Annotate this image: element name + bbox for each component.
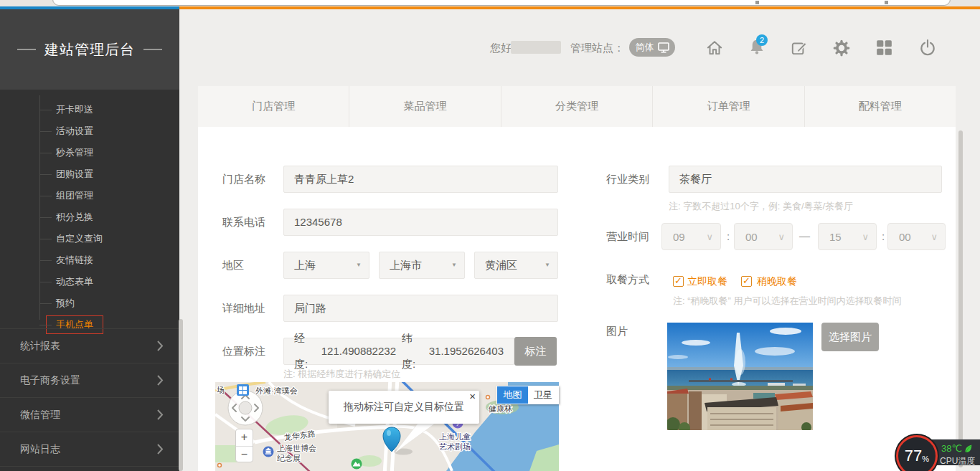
store-photo-preview	[667, 323, 813, 430]
sidebar-item-groupbuy[interactable]: 团购设置	[0, 163, 179, 185]
sidebar-item-seckill[interactable]: 秒杀管理	[0, 142, 179, 163]
map-theater-label-2: 艺术剧场	[439, 442, 471, 451]
phone-label: 联系电话	[222, 217, 265, 228]
sidebar-section-wechat[interactable]: 微信管理	[0, 397, 179, 432]
cpu-temp-value: 38℃	[941, 443, 973, 454]
language-label: 简体	[636, 41, 654, 54]
pickup-later-checkbox[interactable]: ✓	[741, 276, 752, 287]
industry-label: 行业类别	[606, 173, 649, 185]
pickup-note: 注: “稍晚取餐” 用户可以选择在营业时间内选择取餐时间	[673, 295, 902, 306]
tab-order-management[interactable]: 订单管理	[652, 86, 804, 127]
sidebar-sections: 统计报表 电子商务设置 微信管理 网站日志	[0, 328, 179, 467]
start-hour-select[interactable]: 09∨	[661, 223, 721, 250]
manage-site-label: 管理站点：	[570, 42, 624, 54]
sidebar-submenu: 开卡即送 活动设置 秒杀管理 团购设置 组团管理 积分兑换 自定义查询 友情链接…	[0, 99, 179, 336]
sidebar-item-activity[interactable]: 活动设置	[0, 120, 179, 142]
chevron-down-icon: ∨	[930, 232, 938, 242]
pickup-label: 取餐方式	[606, 274, 649, 285]
chevron-right-icon	[157, 341, 164, 351]
sidebar-item-groupmgr[interactable]: 组团管理	[0, 185, 179, 206]
tab-dish-management[interactable]: 菜品管理	[349, 86, 500, 127]
store-form-panel: 门店名称 青青原上草2 联系电话 12345678 地区 上海▼ 上海市▼ 黄浦…	[198, 127, 956, 471]
end-hour-select[interactable]: 15∨	[818, 223, 877, 250]
settings-gear-icon[interactable]	[832, 39, 851, 57]
park-poi-icon	[352, 459, 362, 470]
sidebar-section-ecommerce[interactable]: 电子商务设置	[0, 363, 179, 397]
map-zoom-control: + −	[235, 429, 253, 462]
username-redacted	[511, 41, 561, 54]
time-colon: :	[727, 231, 730, 242]
tab-ingredient-management[interactable]: 配料管理	[804, 86, 956, 127]
industry-input[interactable]: 茶餐厅	[669, 166, 942, 193]
latlng-field[interactable]: 经度: 121.490882232 纬度: 31.1952626403	[283, 338, 514, 365]
map-edge-label: 场	[217, 386, 225, 394]
store-name-label: 门店名称	[222, 173, 265, 185]
pickup-later-label[interactable]: 稍晚取餐	[757, 275, 797, 287]
industry-note: 注: 字数不超过10个字，例: 美食/粤菜/茶餐厅	[669, 201, 853, 211]
caret-down-icon: ▼	[356, 252, 362, 278]
browser-icon	[885, 1, 888, 4]
sidebar-scrollbar[interactable]	[179, 319, 183, 471]
image-label: 图片	[606, 325, 628, 337]
browser-icon	[755, 1, 759, 4]
chevron-down-icon: ∨	[706, 232, 713, 242]
map-type-toggle: 地图 卫星	[496, 386, 559, 404]
language-pill-button[interactable]: 简体	[629, 38, 675, 57]
sidebar-item-card-gift[interactable]: 开卡即送	[0, 99, 179, 120]
pickup-now-checkbox[interactable]: ✓	[673, 276, 684, 287]
map-health-label: 健康林	[488, 404, 512, 413]
screen: 建站管理后台 开卡即送 活动设置 秒杀管理 团购设置 组团管理 积分兑换 自定义…	[0, 0, 980, 471]
phone-input[interactable]: 12345678	[283, 209, 558, 236]
sidebar-section-statistics[interactable]: 统计报表	[0, 328, 179, 363]
browser-chrome-strip	[0, 0, 980, 6]
map-mode-button[interactable]: 地图	[497, 386, 528, 404]
sidebar-item-custom-query[interactable]: 自定义查询	[0, 228, 179, 249]
map-tooltip: 拖动标注可自定义目标位置 ×	[329, 391, 479, 424]
sidebar: 建站管理后台 开卡即送 活动设置 秒杀管理 团购设置 组团管理 积分兑换 自定义…	[0, 9, 179, 471]
chevron-down-icon: ∨	[778, 232, 785, 242]
content-scrollbar[interactable]	[958, 130, 963, 467]
tooltip-close-icon[interactable]: ×	[469, 391, 476, 401]
end-minute-select[interactable]: 00∨	[887, 223, 946, 250]
chevron-down-icon: ∨	[862, 232, 869, 242]
store-name-input[interactable]: 青青原上草2	[283, 166, 558, 193]
province-select[interactable]: 上海▼	[283, 252, 369, 279]
address-input[interactable]: 局门路	[283, 295, 558, 322]
city-select[interactable]: 上海市▼	[379, 252, 465, 279]
sidebar-item-links[interactable]: 友情链接	[0, 249, 179, 271]
edit-icon[interactable]	[790, 39, 809, 57]
chevron-right-icon	[157, 409, 164, 420]
zoom-out-button[interactable]: −	[236, 446, 253, 462]
pickup-now-label[interactable]: 立即取餐	[687, 275, 727, 287]
mark-location-button[interactable]: 标注	[514, 337, 557, 366]
lng-value: 121.490882232	[321, 338, 396, 364]
browser-address-bar[interactable]	[52, 0, 951, 6]
title-dash-right	[143, 49, 162, 50]
time-colon: :	[882, 231, 885, 242]
zoom-in-button[interactable]: +	[236, 429, 253, 446]
map-expo-label-1: 上海世博会	[277, 444, 316, 452]
notifications-bell-icon[interactable]: 2	[748, 37, 766, 56]
sidebar-section-site-logs[interactable]: 网站日志	[0, 432, 179, 466]
cpu-usage-gauge[interactable]: 77 %	[896, 435, 938, 471]
time-range-dash: —	[799, 230, 810, 242]
satellite-mode-button[interactable]: 卫星	[528, 386, 558, 404]
region-label: 地区	[222, 260, 244, 271]
caret-down-icon: ▼	[451, 252, 457, 278]
power-logout-icon[interactable]	[918, 39, 937, 57]
progress-bar-orange	[179, 6, 980, 9]
lat-value: 31.1952626403	[429, 338, 504, 364]
apps-grid-icon[interactable]	[876, 39, 895, 58]
tab-store-management[interactable]: 门店管理	[198, 86, 349, 127]
museum-poi-icon	[263, 447, 274, 457]
district-select[interactable]: 黄浦区▼	[474, 252, 558, 279]
start-minute-select[interactable]: 00∨	[734, 223, 793, 250]
home-icon[interactable]	[705, 39, 724, 57]
map-grid-north-badge-icon	[237, 384, 249, 396]
sidebar-item-dynamic-form[interactable]: 动态表单	[0, 271, 179, 292]
sidebar-item-points[interactable]: 积分兑换	[0, 206, 179, 228]
tab-category-management[interactable]: 分类管理	[501, 86, 652, 127]
choose-image-button[interactable]: 选择图片	[821, 323, 879, 351]
sidebar-item-booking[interactable]: 预约	[0, 292, 179, 314]
location-note: 注: 根据经纬度进行精确定位	[283, 368, 400, 379]
